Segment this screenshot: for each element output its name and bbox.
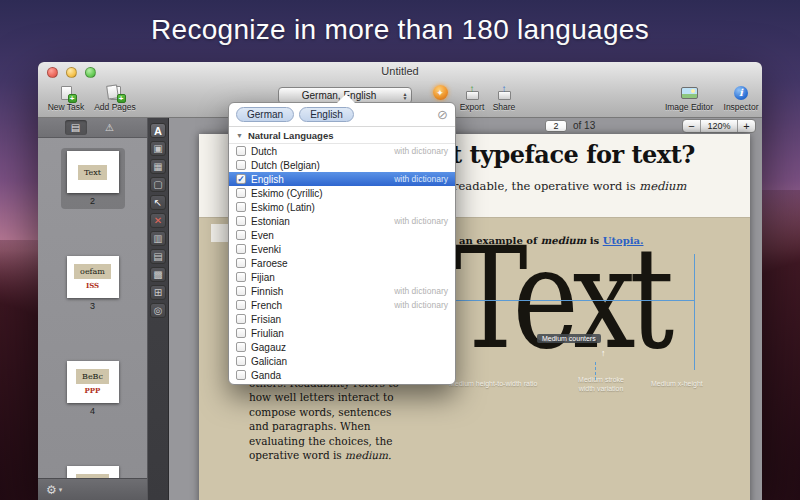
page-count-label: of 13 <box>573 120 595 131</box>
language-checkbox[interactable] <box>236 216 246 226</box>
export-icon: ↑ <box>466 84 479 101</box>
language-name: Faroese <box>251 258 288 269</box>
page-thumbnail[interactable]: dbqpabg5 <box>61 463 125 478</box>
add-pages-button[interactable]: Add Pages <box>90 84 140 112</box>
language-name: Evenki <box>251 244 281 255</box>
warning-icon: ⚠ <box>105 122 114 133</box>
share-icon: ↑ <box>498 84 511 101</box>
dictionary-note: with dictionary <box>394 174 448 184</box>
text-area-tool[interactable]: A <box>150 123 166 138</box>
xheight-annotation: Medium x-height <box>651 380 703 387</box>
zoom-level[interactable]: 120% <box>700 120 738 132</box>
zoom-out-button[interactable]: − <box>683 120 700 132</box>
pages-sidebar: ▤ ⚠ Text2oefamISS3BeBcPPP4dbqpabg5 ⚙ ▾ <box>38 118 148 500</box>
delete-area-tool[interactable]: ✕ <box>150 213 166 228</box>
language-checkbox[interactable] <box>236 160 246 170</box>
dictionary-note: with dictionary <box>394 146 448 156</box>
picture-area-tool[interactable]: ▣ <box>150 141 166 156</box>
language-row[interactable]: Galician <box>229 354 455 368</box>
language-row[interactable]: Eskimo (Cyrillic) <box>229 186 455 200</box>
page-thumbnail[interactable]: BeBcPPP4 <box>61 358 125 419</box>
sidebar-tabs: ▤ ⚠ <box>38 118 147 138</box>
gear-icon[interactable]: ⚙ <box>46 483 57 497</box>
desktop-background: Recognize in more than 180 languages Unt… <box>0 0 800 500</box>
language-checkbox[interactable] <box>236 314 246 324</box>
language-checkbox[interactable] <box>236 202 246 212</box>
inspector-button[interactable]: Inspector <box>718 84 762 112</box>
language-row[interactable]: Gagauz <box>229 340 455 354</box>
language-name: Eskimo (Cyrillic) <box>251 188 323 199</box>
language-name: Finnish <box>251 286 283 297</box>
language-checkbox[interactable] <box>236 244 246 254</box>
clear-languages-button[interactable]: ⊘ <box>437 108 448 121</box>
language-name: Galician <box>251 356 287 367</box>
language-name: Gagauz <box>251 342 286 353</box>
titlebar: Untitled <box>38 62 762 82</box>
language-token[interactable]: English <box>299 107 354 122</box>
language-row[interactable]: Finnishwith dictionary <box>229 284 455 298</box>
merge-cells-tool[interactable]: ⊞ <box>150 285 166 300</box>
page-thumbnail[interactable]: Text2 <box>61 148 125 209</box>
window-title: Untitled <box>38 65 762 77</box>
language-row[interactable]: Even <box>229 228 455 242</box>
language-row[interactable]: Eskimo (Latin) <box>229 200 455 214</box>
language-list: Dutchwith dictionaryDutch (Belgian)✓Engl… <box>229 144 455 384</box>
app-window: Untitled New Task Add Pages German, Engl… <box>38 62 762 500</box>
language-checkbox[interactable] <box>236 272 246 282</box>
delete-separator-tool[interactable]: ▩ <box>150 267 166 282</box>
dictionary-note: with dictionary <box>394 300 448 310</box>
select-tool[interactable]: ↖ <box>150 195 166 210</box>
language-row[interactable]: Friulian <box>229 326 455 340</box>
selected-language-tokens: GermanEnglish ⊘ <box>229 103 455 127</box>
language-row[interactable]: Dutchwith dictionary <box>229 144 455 158</box>
language-row[interactable]: ✓Englishwith dictionary <box>229 172 455 186</box>
language-name: Frisian <box>251 314 281 325</box>
add-horizontal-separator-tool[interactable]: ▤ <box>150 249 166 264</box>
language-popover: GermanEnglish ⊘ ▼ Natural Languages Dutc… <box>228 102 456 385</box>
add-vertical-separator-tool[interactable]: ▥ <box>150 231 166 246</box>
language-checkbox[interactable] <box>236 370 246 380</box>
thumbnail-image: dbqpabg <box>67 466 119 478</box>
share-button[interactable]: ↑ Share <box>484 84 524 112</box>
language-checkbox[interactable] <box>236 328 246 338</box>
language-checkbox[interactable] <box>236 342 246 352</box>
language-name: Friulian <box>251 328 284 339</box>
specimen-text: Text <box>453 229 668 369</box>
tool-strip: A▣▦▢↖✕▥▤▩⊞◎ <box>148 118 169 500</box>
language-row[interactable]: Dutch (Belgian) <box>229 158 455 172</box>
thumbnail-list: Text2oefamISS3BeBcPPP4dbqpabg5 <box>38 138 147 478</box>
language-row[interactable]: Evenki <box>229 242 455 256</box>
language-row[interactable]: Frenchwith dictionary <box>229 298 455 312</box>
zoom-in-button[interactable]: + <box>738 120 755 132</box>
warnings-tab[interactable]: ⚠ <box>99 120 121 135</box>
language-name: English <box>251 174 284 185</box>
page-thumbnail[interactable]: oefamISS3 <box>61 253 125 314</box>
language-section-header[interactable]: ▼ Natural Languages <box>229 127 455 144</box>
language-checkbox[interactable] <box>236 188 246 198</box>
pages-tab[interactable]: ▤ <box>65 120 87 135</box>
language-token[interactable]: German <box>236 107 294 122</box>
magnifier-tool[interactable]: ◎ <box>150 303 166 318</box>
table-area-tool[interactable]: ▦ <box>150 159 166 174</box>
language-checkbox[interactable] <box>236 286 246 296</box>
language-checkbox[interactable]: ✓ <box>236 174 246 184</box>
language-checkbox[interactable] <box>236 146 246 156</box>
language-row[interactable]: Estonianwith dictionary <box>229 214 455 228</box>
language-checkbox[interactable] <box>236 258 246 268</box>
language-row[interactable]: Ganda <box>229 368 455 382</box>
dictionary-note: with dictionary <box>394 216 448 226</box>
thumbnail-page-number: 3 <box>90 301 95 311</box>
language-row[interactable]: Frisian <box>229 312 455 326</box>
language-row[interactable]: Fijian <box>229 270 455 284</box>
recognition-area-tool[interactable]: ▢ <box>150 177 166 192</box>
language-row[interactable]: Faroese <box>229 256 455 270</box>
language-checkbox[interactable] <box>236 300 246 310</box>
language-name: Dutch <box>251 146 277 157</box>
language-checkbox[interactable] <box>236 230 246 240</box>
language-checkbox[interactable] <box>236 356 246 366</box>
image-editor-button[interactable]: Image Editor <box>660 84 718 112</box>
sidebar-footer: ⚙ ▾ <box>38 478 147 500</box>
page-number-field[interactable]: 2 <box>545 120 567 132</box>
thumbnail-page-number: 2 <box>90 196 95 206</box>
new-task-button[interactable]: New Task <box>44 84 88 112</box>
